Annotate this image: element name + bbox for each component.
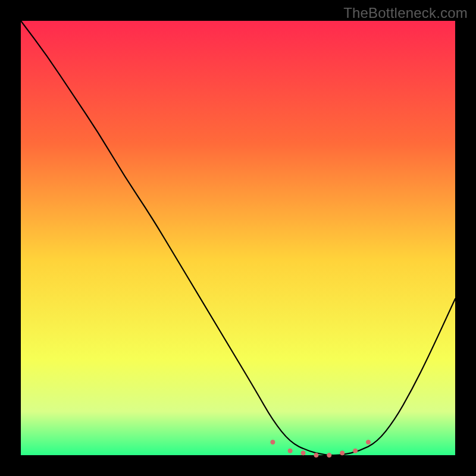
curve-marker: [288, 449, 292, 453]
curve-marker: [353, 449, 358, 453]
curve-marker: [301, 451, 305, 455]
chart-container: TheBottleneck.com: [0, 0, 476, 476]
curve-marker: [327, 453, 331, 457]
watermark-text: TheBottleneck.com: [343, 5, 468, 21]
curve-marker: [340, 451, 345, 455]
curve-marker: [314, 453, 318, 457]
bottleneck-chart: [0, 0, 476, 476]
curve-marker: [271, 440, 275, 444]
curve-marker: [366, 440, 370, 444]
plot-background: [21, 21, 455, 455]
